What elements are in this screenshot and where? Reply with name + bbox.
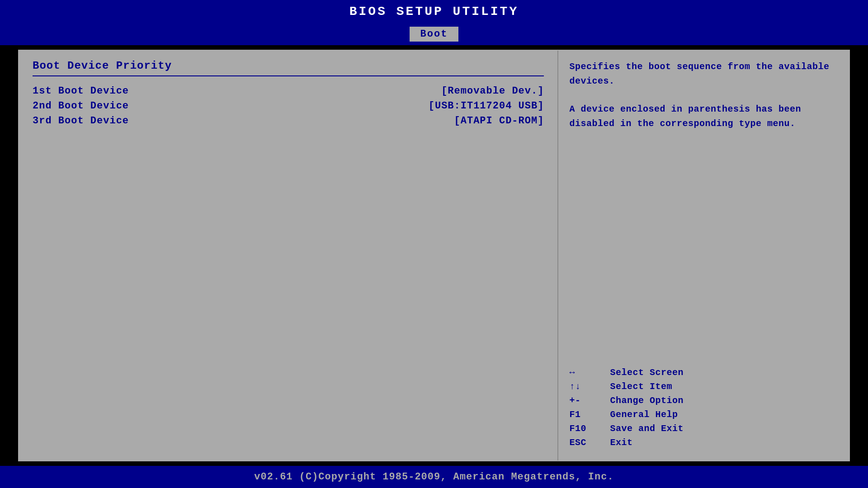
boot-device-2-label: 2nd Boot Device bbox=[33, 100, 129, 112]
key-row-5: ESCExit bbox=[569, 437, 838, 448]
help-text-1: Specifies the boot sequence from the ava… bbox=[569, 60, 838, 89]
key-sym-2: +- bbox=[569, 395, 601, 406]
keybindings: ↔Select Screen↑↓Select Item+-Change Opti… bbox=[569, 367, 838, 451]
section-title: Boot Device Priority bbox=[33, 60, 544, 72]
right-panel: Specifies the boot sequence from the ava… bbox=[558, 51, 849, 460]
left-panel: Boot Device Priority 1st Boot Device [Re… bbox=[19, 51, 558, 460]
boot-device-3[interactable]: 3rd Boot Device [ATAPI CD-ROM] bbox=[33, 115, 544, 127]
boot-device-3-value: [ATAPI CD-ROM] bbox=[454, 115, 544, 127]
key-sym-4: F10 bbox=[569, 423, 601, 434]
boot-device-3-label: 3rd Boot Device bbox=[33, 115, 129, 127]
help-text-2: A device enclosed in parenthesis has bee… bbox=[569, 102, 838, 131]
key-desc-1: Select Item bbox=[610, 381, 672, 392]
main-content: Boot Device Priority 1st Boot Device [Re… bbox=[0, 45, 868, 466]
key-sym-5: ESC bbox=[569, 437, 601, 448]
boot-device-1-label: 1st Boot Device bbox=[33, 85, 129, 97]
key-sym-0: ↔ bbox=[569, 367, 601, 378]
boot-device-2-value: [USB:IT117204 USB] bbox=[429, 100, 544, 112]
key-desc-4: Save and Exit bbox=[610, 423, 684, 434]
key-desc-0: Select Screen bbox=[610, 367, 684, 378]
divider bbox=[33, 75, 544, 76]
tab-bar: Boot bbox=[0, 23, 868, 45]
boot-device-1[interactable]: 1st Boot Device [Removable Dev.] bbox=[33, 85, 544, 97]
key-sym-1: ↑↓ bbox=[569, 381, 601, 392]
right-panel-inner: Specifies the boot sequence from the ava… bbox=[569, 60, 838, 451]
key-sym-3: F1 bbox=[569, 409, 601, 420]
boot-device-1-value: [Removable Dev.] bbox=[441, 85, 544, 97]
tab-boot[interactable]: Boot bbox=[410, 27, 459, 42]
key-row-3: F1General Help bbox=[569, 409, 838, 420]
key-row-2: +-Change Option bbox=[569, 395, 838, 406]
key-desc-2: Change Option bbox=[610, 395, 684, 406]
footer: v02.61 (C)Copyright 1985-2009, American … bbox=[0, 466, 868, 488]
key-row-4: F10Save and Exit bbox=[569, 423, 838, 434]
content-wrapper: Boot Device Priority 1st Boot Device [Re… bbox=[18, 50, 850, 461]
key-desc-3: General Help bbox=[610, 409, 678, 420]
key-row-0: ↔Select Screen bbox=[569, 367, 838, 378]
key-row-1: ↑↓Select Item bbox=[569, 381, 838, 392]
bios-title-bar: BIOS SETUP UTILITY bbox=[0, 0, 868, 23]
boot-device-2[interactable]: 2nd Boot Device [USB:IT117204 USB] bbox=[33, 100, 544, 112]
key-desc-5: Exit bbox=[610, 437, 632, 448]
